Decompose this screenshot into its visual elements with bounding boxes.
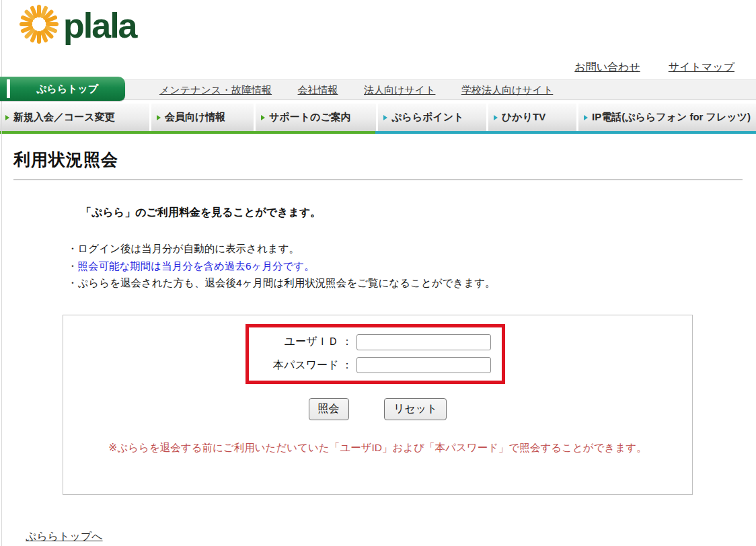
inquiry-submit-button[interactable]: 照会 bbox=[309, 398, 349, 420]
sunburst-icon bbox=[19, 4, 59, 47]
withdrawal-note: ※ぷららを退会する前にご利用いただいていた「ユーザID」および「本パスワード」で… bbox=[65, 440, 691, 455]
nav-link-business[interactable]: 法人向けサイト bbox=[364, 84, 435, 95]
tab-hikari-tv[interactable]: ひかりTV bbox=[488, 104, 576, 131]
main-content: 利用状況照会 「ぷらら」のご利用料金を見ることができます。 ・ログイン後は当月分… bbox=[0, 149, 756, 544]
primary-nav: ぷららトップ メンテナンス・故障情報 会社情報 法人向けサイト 学校法人向けサイ… bbox=[0, 79, 756, 100]
inquiry-form-panel: ユーザＩＤ ： 本パスワード ： 照会 リセット ※ぷららを退会する前にご利用い… bbox=[63, 315, 693, 495]
back-to-top-link[interactable]: ぷららトップへ bbox=[26, 530, 103, 544]
logo-wordmark: plala bbox=[63, 5, 137, 46]
tab-accent-bar bbox=[7, 79, 10, 98]
info-bullet-list: ・ログイン後は当月分が自動的に表示されます。 ・照会可能な期間は当月分を含め過去… bbox=[67, 240, 756, 292]
tab-plala-point[interactable]: ぷららポイント bbox=[378, 104, 486, 131]
arrow-right-icon bbox=[494, 115, 498, 120]
arrow-right-icon bbox=[584, 115, 588, 120]
password-label: 本パスワード ： bbox=[249, 358, 356, 373]
credentials-highlight-box: ユーザＩＤ ： 本パスワード ： bbox=[245, 324, 505, 384]
nav-link-company[interactable]: 会社情報 bbox=[298, 84, 338, 95]
arrow-right-icon bbox=[383, 115, 387, 120]
reset-button[interactable]: リセット bbox=[384, 398, 447, 420]
lead-text: 「ぷらら」のご利用料金を見ることができます。 bbox=[81, 206, 756, 220]
bullet-marker: ・ bbox=[67, 243, 78, 254]
nav-link-maintenance[interactable]: メンテナンス・故障情報 bbox=[159, 84, 272, 95]
arrow-right-icon bbox=[157, 115, 161, 120]
sitemap-link[interactable]: サイトマップ bbox=[669, 61, 734, 75]
contact-link[interactable]: お問い合わせ bbox=[574, 61, 640, 75]
tab-support[interactable]: サポートのご案内 bbox=[256, 104, 376, 131]
page-title: 利用状況照会 bbox=[13, 149, 756, 171]
header: plala お問い合わせ サイトマップ bbox=[0, 0, 756, 79]
tab-plala-top-label: ぷららトップ bbox=[27, 83, 98, 95]
tab-hikari-tv-label: ひかりTV bbox=[502, 111, 545, 124]
secondary-nav: 新規入会／コース変更 会員向け情報 サポートのご案内 ぷららポイント ひかりTV… bbox=[0, 104, 756, 134]
bullet-marker: ・ bbox=[67, 277, 78, 288]
arrow-right-icon bbox=[5, 115, 9, 120]
arrow-right-icon bbox=[261, 115, 265, 120]
nav-link-school[interactable]: 学校法人向けサイト bbox=[461, 84, 553, 95]
tab-member-info[interactable]: 会員向け情報 bbox=[151, 104, 254, 131]
user-id-row: ユーザＩＤ ： bbox=[249, 334, 502, 350]
plala-logo[interactable]: plala bbox=[19, 4, 137, 47]
user-id-label: ユーザＩＤ ： bbox=[249, 335, 356, 349]
password-row: 本パスワード ： bbox=[249, 357, 502, 373]
tab-new-membership-label: 新規入会／コース変更 bbox=[13, 111, 115, 124]
tab-ip-phone-label: IP電話(ぷららフォン for フレッツ) bbox=[592, 111, 751, 124]
bullet-marker: ・ bbox=[67, 260, 78, 272]
bullet-text: ぷららを退会された方も、退会後4ヶ月間は利用状況照会をご覧になることができます。 bbox=[78, 277, 496, 288]
list-item: ・ログイン後は当月分が自動的に表示されます。 bbox=[67, 240, 756, 258]
utility-nav: お問い合わせ サイトマップ bbox=[574, 61, 734, 75]
tab-support-label: サポートのご案内 bbox=[269, 111, 351, 124]
bullet-text-highlighted: 照会可能な期間は当月分を含め過去6ヶ月分です。 bbox=[78, 260, 315, 272]
secondary-nav-tabs: 新規入会／コース変更 会員向け情報 サポートのご案内 ぷららポイント ひかりTV… bbox=[0, 104, 756, 131]
tab-plala-top[interactable]: ぷららトップ bbox=[0, 77, 125, 101]
list-item: ・ぷららを退会された方も、退会後4ヶ月間は利用状況照会をご覧になることができます… bbox=[67, 274, 756, 292]
tab-new-membership[interactable]: 新規入会／コース変更 bbox=[0, 104, 149, 131]
tab-member-info-label: 会員向け情報 bbox=[165, 111, 225, 124]
primary-nav-links: メンテナンス・故障情報 会社情報 法人向けサイト 学校法人向けサイト bbox=[159, 80, 756, 100]
password-input[interactable] bbox=[356, 357, 491, 373]
form-buttons: 照会 リセット bbox=[63, 398, 692, 420]
title-divider bbox=[13, 180, 743, 180]
user-id-input[interactable] bbox=[356, 334, 491, 350]
bullet-text: ログイン後は当月分が自動的に表示されます。 bbox=[78, 243, 300, 254]
tab-plala-point-label: ぷららポイント bbox=[391, 111, 463, 124]
list-item: ・照会可能な期間は当月分を含め過去6ヶ月分です。 bbox=[67, 258, 756, 275]
tab-ip-phone[interactable]: IP電話(ぷららフォン for フレッツ) bbox=[578, 104, 756, 131]
nav-accent-line bbox=[0, 131, 756, 134]
